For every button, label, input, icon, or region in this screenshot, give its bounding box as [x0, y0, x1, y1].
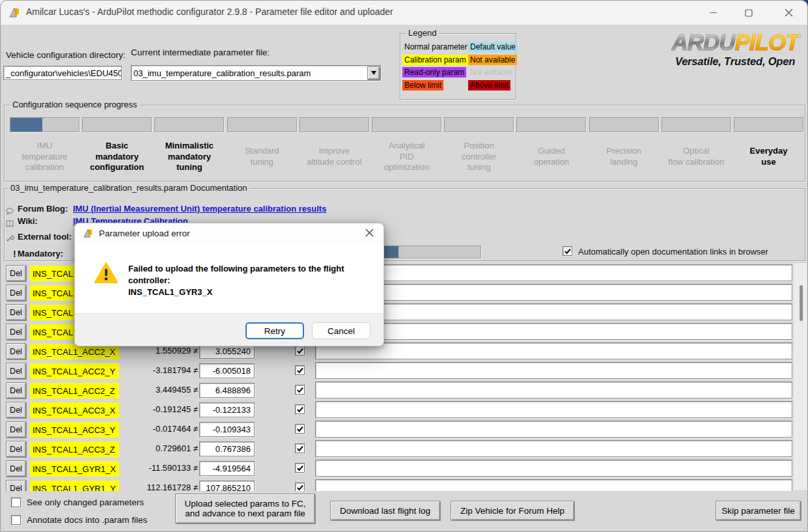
- change-reason-entry[interactable]: [315, 343, 792, 359]
- delete-row-button[interactable]: Del: [6, 421, 26, 438]
- param-file-combobox[interactable]: 03_imu_temperature_calibration_results.p…: [131, 65, 381, 81]
- legend-frame: Legend Normal parameterDefault valueCali…: [400, 33, 516, 100]
- new-value-entry[interactable]: 6.488896: [199, 383, 255, 398]
- auto-open-docs-checkbox[interactable]: [563, 246, 572, 256]
- phase-progressbar: [516, 117, 586, 132]
- delete-row-button[interactable]: Del: [6, 304, 26, 320]
- wiki-icon: [6, 218, 15, 227]
- change-reason-entry[interactable]: [315, 303, 792, 320]
- dialog-title: Parameter upload error: [99, 229, 190, 238]
- current-value: -0.191245 ≠: [98, 404, 198, 414]
- delete-row-button[interactable]: Del: [6, 343, 26, 359]
- check-icon: [296, 406, 304, 413]
- delete-row-button[interactable]: Del: [6, 441, 26, 457]
- cancel-button[interactable]: Cancel: [312, 322, 370, 339]
- see-only-changed-checkbox[interactable]: [11, 497, 21, 507]
- change-reason-entry[interactable]: [315, 440, 792, 457]
- documentation-title: 03_imu_temperature_calibration_results.p…: [8, 183, 249, 193]
- warning-icon: [94, 262, 118, 287]
- legend-item: Below limit: [402, 80, 443, 91]
- table-scrollbar[interactable]: [794, 263, 807, 490]
- phase-label: Position controller tuning: [441, 135, 516, 178]
- upload-checkbox[interactable]: [295, 365, 305, 375]
- upload-checkbox[interactable]: [295, 443, 305, 453]
- legend-item: Normal parameter: [402, 42, 469, 52]
- phase-progressbar: [589, 117, 659, 132]
- check-icon: [296, 347, 304, 355]
- change-reason-entry[interactable]: [315, 382, 792, 399]
- doc-row-link[interactable]: IMU (Inertial Measurement Unit) temperat…: [73, 204, 326, 214]
- dialog-body: Failed to upload the following parameter…: [75, 244, 383, 315]
- new-value-entry[interactable]: 0.767386: [199, 441, 255, 456]
- delete-row-button[interactable]: Del: [6, 460, 26, 477]
- vehicle-dir-entry[interactable]: _configurator\vehicles\EDU450: [3, 66, 122, 80]
- delete-row-button[interactable]: Del: [6, 382, 26, 399]
- new-value-entry[interactable]: -0.109343: [199, 422, 255, 437]
- legend-item: Above limit: [468, 80, 510, 91]
- upload-checkbox[interactable]: [295, 463, 305, 473]
- change-reason-entry[interactable]: [315, 284, 792, 301]
- ardupilot-logo: ARDUPILOT Versatile, Trusted, Open: [667, 31, 803, 68]
- param-file-label: Current intermediate parameter file:: [131, 48, 270, 57]
- delete-row-button[interactable]: Del: [6, 363, 26, 379]
- phase-progressbar: [300, 117, 369, 132]
- current-value: 112.161728 ≠: [98, 483, 198, 491]
- retry-button[interactable]: Retry: [245, 322, 304, 339]
- dialog-close-icon[interactable]: [365, 228, 374, 240]
- combobox-dropdown-button[interactable]: [367, 66, 380, 79]
- chevron-down-icon: [371, 71, 376, 75]
- new-value-entry[interactable]: -0.122133: [199, 402, 255, 417]
- upload-checkbox[interactable]: [295, 385, 305, 395]
- legend-title: Legend: [406, 28, 439, 38]
- delete-row-button[interactable]: Del: [6, 265, 26, 281]
- current-value: -11.590133 ≠: [98, 463, 198, 473]
- scrollbar-thumb[interactable]: [800, 285, 803, 321]
- check-icon: [296, 484, 304, 491]
- upload-checkbox[interactable]: [295, 483, 305, 491]
- upload-params-button[interactable]: Upload selected params to FC, and advanc…: [175, 494, 315, 524]
- logo-ardu: ARDU: [671, 29, 734, 55]
- dialog-titlebar: Parameter upload error: [75, 223, 383, 244]
- check-icon: [296, 464, 304, 472]
- auto-open-docs-label: Automatically open documentation links i…: [578, 247, 768, 257]
- skip-param-file-button[interactable]: Skip parameter file: [716, 501, 801, 520]
- annotate-docs-checkbox[interactable]: [11, 515, 21, 525]
- delete-row-button[interactable]: Del: [6, 285, 26, 301]
- maximize-button[interactable]: [734, 1, 764, 25]
- delete-row-button[interactable]: Del: [6, 402, 26, 418]
- current-value: 1.550929 ≠: [98, 346, 198, 356]
- new-value-entry[interactable]: -6.005018: [199, 363, 255, 378]
- see-only-changed-label: See only changed parameters: [27, 497, 144, 507]
- change-reason-entry[interactable]: [315, 323, 792, 340]
- phase-label: Basic mandatory configuration: [79, 135, 154, 178]
- delete-row-button[interactable]: Del: [6, 480, 26, 491]
- change-reason-entry[interactable]: [315, 479, 792, 491]
- legend-item: Calibration param: [402, 55, 468, 65]
- delete-row-button[interactable]: Del: [6, 324, 26, 340]
- new-value-entry[interactable]: -4.919564: [199, 461, 255, 476]
- change-reason-entry[interactable]: [315, 421, 792, 438]
- logo-pilot: PILOT: [735, 29, 799, 55]
- check-icon: [564, 247, 572, 255]
- phase-progressbar: [82, 117, 152, 132]
- upload-checkbox[interactable]: [295, 346, 305, 356]
- titlebar: Amilcar Lucas's - ArduPilot methodic con…: [1, 1, 807, 25]
- change-reason-entry[interactable]: [315, 460, 792, 477]
- upload-checkbox[interactable]: [295, 424, 305, 434]
- minimize-button[interactable]: [698, 1, 728, 25]
- check-icon: [296, 425, 304, 433]
- phase-label: Optical flow calibration: [659, 135, 734, 178]
- annotate-docs-label: Annotate docs into .param files: [27, 515, 147, 525]
- change-reason-entry[interactable]: [315, 401, 792, 418]
- change-reason-entry[interactable]: [315, 264, 792, 281]
- change-reason-entry[interactable]: [315, 362, 792, 379]
- current-value: 3.449455 ≠: [98, 385, 198, 395]
- close-button[interactable]: [773, 1, 803, 25]
- download-flight-log-button[interactable]: Download last flight log: [330, 501, 440, 520]
- upload-checkbox[interactable]: [295, 404, 305, 414]
- new-value-entry[interactable]: 107.865210: [199, 481, 255, 491]
- phase-label: Everyday use: [731, 135, 806, 178]
- check-icon: [296, 386, 304, 394]
- phase-progressbar: [734, 117, 803, 132]
- zip-vehicle-button[interactable]: Zip Vehicle for Forum Help: [451, 501, 574, 520]
